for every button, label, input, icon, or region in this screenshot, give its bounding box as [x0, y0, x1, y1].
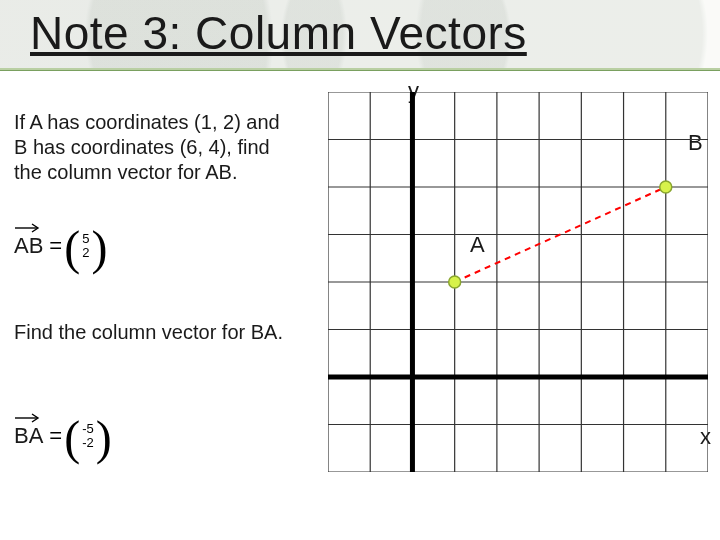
svg-point-25	[660, 181, 672, 193]
column-vector: -5 -2	[82, 422, 94, 451]
vector-top: -5	[82, 422, 94, 436]
vector-arrow-icon	[14, 223, 40, 233]
problem-line: B has coordinates (6, 4), find	[14, 136, 270, 158]
paren-open-icon: (	[64, 227, 80, 269]
vector-bottom: 2	[82, 246, 89, 260]
equals-sign: =	[49, 233, 62, 259]
vector-name: AB	[14, 233, 43, 259]
paren-open-icon: (	[64, 417, 80, 459]
vector-bottom: -2	[82, 436, 94, 450]
equals-sign: =	[49, 423, 62, 449]
divider	[0, 70, 720, 71]
column-vector: 5 2	[82, 232, 89, 261]
vector-top: 5	[82, 232, 89, 246]
coordinate-grid	[328, 92, 708, 472]
prompt-text: Find the column vector for BA.	[14, 320, 314, 345]
vector-ba-expression: BA = ( -5 -2 )	[14, 415, 112, 457]
page-title: Note 3: Column Vectors	[30, 6, 527, 60]
slide: Note 3: Column Vectors If A has coordina…	[0, 0, 720, 540]
vector-label-text: BA	[14, 423, 43, 448]
svg-point-24	[449, 276, 461, 288]
problem-line: the column vector for AB.	[14, 161, 237, 183]
problem-line: If A has coordinates (1, 2) and	[14, 111, 280, 133]
paren-close-icon: )	[91, 227, 107, 269]
vector-arrow-icon	[14, 413, 40, 423]
vector-name: BA	[14, 423, 43, 449]
vector-ab-expression: AB = ( 5 2 )	[14, 225, 107, 267]
paren-close-icon: )	[96, 417, 112, 459]
grid-svg	[328, 92, 708, 472]
problem-text: If A has coordinates (1, 2) and B has co…	[14, 110, 314, 185]
vector-label-text: AB	[14, 233, 43, 258]
